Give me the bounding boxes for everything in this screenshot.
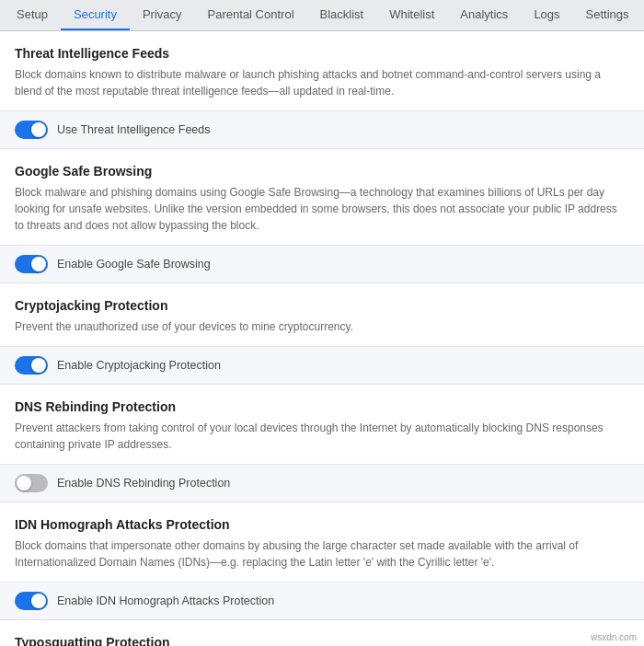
- tab-bar: SetupSecurityPrivacyParental ControlBlac…: [0, 0, 644, 31]
- toggle-track-idn-homograph: [15, 592, 48, 610]
- section-title-dns-rebinding: DNS Rebinding Protection: [15, 399, 629, 414]
- section-desc-cryptojacking: Prevent the unauthorized use of your dev…: [15, 318, 629, 335]
- section-title-threat-intelligence: Threat Intelligence Feeds: [15, 46, 629, 61]
- toggle-dns-rebinding[interactable]: [15, 474, 48, 492]
- toggle-row-cryptojacking: Enable Cryptojacking Protection: [0, 346, 644, 384]
- toggle-thumb-cryptojacking: [31, 358, 46, 373]
- toggle-thumb-dns-rebinding: [17, 476, 31, 490]
- toggle-track-dns-rebinding: [15, 474, 48, 492]
- section-title-cryptojacking: Cryptojacking Protection: [15, 298, 629, 313]
- section-title-idn-homograph: IDN Homograph Attacks Protection: [15, 517, 629, 532]
- toggle-track-threat-intelligence: [15, 121, 48, 139]
- toggle-google-safe-browsing[interactable]: [15, 255, 48, 273]
- section-cryptojacking: Cryptojacking ProtectionPrevent the unau…: [0, 283, 644, 385]
- section-title-google-safe-browsing: Google Safe Browsing: [15, 164, 629, 179]
- main-content: Threat Intelligence FeedsBlock domains k…: [0, 31, 644, 646]
- toggle-row-dns-rebinding: Enable DNS Rebinding Protection: [0, 464, 644, 502]
- toggle-row-google-safe-browsing: Enable Google Safe Browsing: [0, 245, 644, 283]
- toggle-label-google-safe-browsing: Enable Google Safe Browsing: [57, 258, 211, 271]
- section-typosquatting: Typosquatting ProtectionBlock domains re…: [0, 620, 644, 646]
- section-desc-threat-intelligence: Block domains known to distribute malwar…: [15, 66, 629, 99]
- tab-settings[interactable]: Settings: [573, 0, 642, 30]
- section-desc-dns-rebinding: Prevent attackers from taking control of…: [15, 420, 629, 453]
- tab-blacklist[interactable]: Blacklist: [307, 0, 377, 30]
- section-idn-homograph: IDN Homograph Attacks ProtectionBlock do…: [0, 502, 644, 620]
- toggle-thumb-idn-homograph: [31, 594, 46, 608]
- section-desc-google-safe-browsing: Block malware and phishing domains using…: [15, 184, 629, 234]
- toggle-threat-intelligence[interactable]: [15, 121, 48, 139]
- toggle-label-cryptojacking: Enable Cryptojacking Protection: [57, 359, 221, 372]
- watermark: wsxdn.com: [591, 632, 637, 642]
- toggle-thumb-threat-intelligence: [31, 122, 46, 137]
- tab-analytics[interactable]: Analytics: [447, 0, 521, 30]
- toggle-track-cryptojacking: [15, 356, 48, 375]
- section-title-typosquatting: Typosquatting Protection: [15, 635, 629, 646]
- toggle-track-google-safe-browsing: [15, 255, 48, 273]
- toggle-row-idn-homograph: Enable IDN Homograph Attacks Protection: [0, 582, 644, 619]
- toggle-row-threat-intelligence: Use Threat Intelligence Feeds: [0, 110, 644, 148]
- toggle-idn-homograph[interactable]: [15, 592, 48, 610]
- tab-parental-control[interactable]: Parental Control: [195, 0, 307, 30]
- tab-setup[interactable]: Setup: [4, 0, 61, 30]
- toggle-label-dns-rebinding: Enable DNS Rebinding Protection: [57, 477, 230, 490]
- tab-whitelist[interactable]: Whitelist: [376, 0, 447, 30]
- toggle-label-idn-homograph: Enable IDN Homograph Attacks Protection: [57, 594, 274, 607]
- tab-security[interactable]: Security: [61, 0, 130, 30]
- section-dns-rebinding: DNS Rebinding ProtectionPrevent attacker…: [0, 385, 644, 502]
- tab-logs[interactable]: Logs: [521, 0, 572, 30]
- section-google-safe-browsing: Google Safe BrowsingBlock malware and ph…: [0, 149, 644, 283]
- section-threat-intelligence: Threat Intelligence FeedsBlock domains k…: [0, 31, 644, 149]
- toggle-thumb-google-safe-browsing: [31, 257, 46, 271]
- toggle-cryptojacking[interactable]: [15, 356, 48, 375]
- toggle-label-threat-intelligence: Use Threat Intelligence Feeds: [57, 123, 211, 136]
- section-desc-idn-homograph: Block domains that impersonate other dom…: [15, 537, 629, 571]
- tab-privacy[interactable]: Privacy: [130, 0, 195, 30]
